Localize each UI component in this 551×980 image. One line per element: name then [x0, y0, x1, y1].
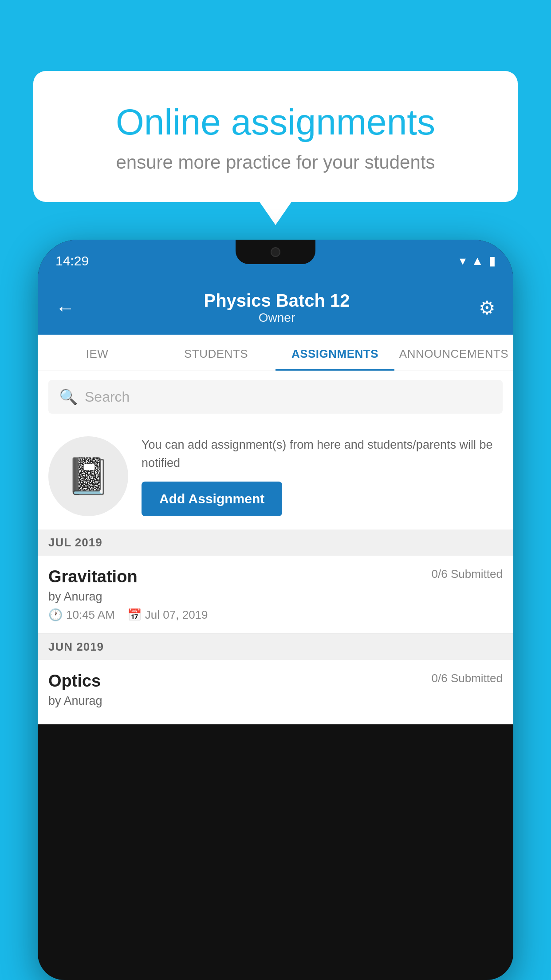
search-icon: 🔍 — [59, 388, 78, 406]
status-time: 14:29 — [55, 253, 89, 269]
promo-description: You can add assignment(s) from here and … — [142, 436, 503, 472]
clock-icon: 🕐 — [48, 608, 63, 622]
promo-text-area: You can add assignment(s) from here and … — [142, 436, 503, 516]
assignment-row-top: Gravitation 0/6 Submitted — [48, 567, 503, 586]
search-bar[interactable]: 🔍 Search — [48, 380, 503, 414]
assignment-date-gravitation: 📅 Jul 07, 2019 — [127, 608, 208, 622]
battery-icon: ▮ — [489, 253, 496, 268]
promo-icon-circle: 📓 — [48, 436, 128, 516]
wifi-icon: ▾ — [460, 253, 466, 268]
phone-notch — [236, 240, 315, 264]
signal-icon: ▲ — [471, 254, 484, 268]
camera-dot — [271, 247, 280, 257]
assignment-title-optics: Optics — [48, 672, 101, 691]
assignment-meta-gravitation: 🕐 10:45 AM 📅 Jul 07, 2019 — [48, 608, 503, 622]
speech-bubble-title: Online assignments — [69, 102, 482, 142]
assignment-row-top-optics: Optics 0/6 Submitted — [48, 672, 503, 691]
header-subtitle: Owner — [204, 311, 350, 325]
assignment-item-gravitation[interactable]: Gravitation 0/6 Submitted by Anurag 🕐 10… — [38, 556, 513, 634]
gear-icon[interactable]: ⚙ — [479, 297, 496, 319]
speech-bubble: Online assignments ensure more practice … — [33, 71, 518, 202]
assignment-item-optics[interactable]: Optics 0/6 Submitted by Anurag — [38, 660, 513, 724]
phone-frame: 14:29 ▾ ▲ ▮ ← Physics Batch 12 Owner ⚙ I… — [38, 240, 513, 980]
tab-announcements[interactable]: ANNOUNCEMENTS — [394, 335, 513, 371]
promo-section: 📓 You can add assignment(s) from here an… — [38, 423, 513, 530]
search-placeholder: Search — [85, 389, 130, 405]
assignment-submitted-gravitation: 0/6 Submitted — [432, 567, 503, 581]
assignment-title-gravitation: Gravitation — [48, 567, 138, 586]
add-assignment-button[interactable]: Add Assignment — [142, 482, 282, 516]
assignment-by-optics: by Anurag — [48, 694, 503, 708]
calendar-icon: 📅 — [127, 608, 142, 622]
back-button[interactable]: ← — [55, 297, 75, 319]
tab-students[interactable]: STUDENTS — [157, 335, 276, 371]
section-header-jun: JUN 2019 — [38, 634, 513, 660]
status-icons: ▾ ▲ ▮ — [460, 253, 496, 268]
speech-bubble-container: Online assignments ensure more practice … — [33, 71, 518, 202]
search-container: 🔍 Search — [38, 371, 513, 423]
tab-assignments[interactable]: ASSIGNMENTS — [276, 335, 394, 371]
assignment-by-gravitation: by Anurag — [48, 590, 503, 604]
header-center: Physics Batch 12 Owner — [204, 291, 350, 325]
tab-iew[interactable]: IEW — [38, 335, 157, 371]
assignment-submitted-optics: 0/6 Submitted — [432, 672, 503, 685]
speech-bubble-subtitle: ensure more practice for your students — [69, 152, 482, 173]
phone-content: 🔍 Search 📓 You can add assignment(s) fro… — [38, 371, 513, 724]
app-header: ← Physics Batch 12 Owner ⚙ — [38, 282, 513, 335]
notebook-icon: 📓 — [66, 455, 110, 497]
tabs-container: IEW STUDENTS ASSIGNMENTS ANNOUNCEMENTS — [38, 335, 513, 371]
header-title: Physics Batch 12 — [204, 291, 350, 311]
section-header-jul: JUL 2019 — [38, 530, 513, 556]
assignment-time-gravitation: 🕐 10:45 AM — [48, 608, 115, 622]
status-bar: 14:29 ▾ ▲ ▮ — [38, 240, 513, 282]
